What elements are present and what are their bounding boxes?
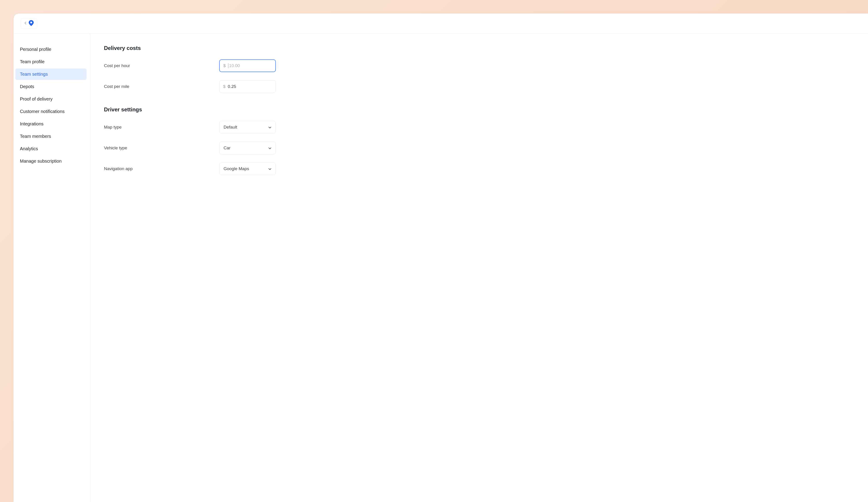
app-frame: Personal profile Team profile Team setti… xyxy=(13,13,868,502)
chevron-left-icon xyxy=(24,21,27,25)
sidebar: Personal profile Team profile Team setti… xyxy=(13,34,90,502)
label-cost-per-mile: Cost per mile xyxy=(104,84,129,89)
section-delivery-costs: Delivery costs Cost per hour $ 10.00 Cos… xyxy=(104,45,855,93)
currency-symbol: $ xyxy=(223,84,226,89)
label-vehicle-type: Vehicle type xyxy=(104,146,127,150)
section-title-driver-settings: Driver settings xyxy=(104,106,855,113)
row-cost-per-hour: Cost per hour $ 10.00 xyxy=(104,60,276,72)
row-navigation-app: Navigation app Google Maps xyxy=(104,163,276,175)
sidebar-item-personal-profile[interactable]: Personal profile xyxy=(16,44,86,55)
section-title-delivery-costs: Delivery costs xyxy=(104,45,855,51)
sidebar-item-depots[interactable]: Depots xyxy=(16,81,86,92)
input-cost-per-hour[interactable]: $ 10.00 xyxy=(219,60,276,72)
label-navigation-app: Navigation app xyxy=(104,166,133,171)
sidebar-item-team-members[interactable]: Team members xyxy=(16,130,86,142)
select-map-type[interactable]: Default xyxy=(219,121,276,134)
sidebar-item-customer-notifications[interactable]: Customer notifications xyxy=(16,106,86,117)
location-pin-icon xyxy=(29,20,34,27)
topbar xyxy=(13,13,868,34)
section-driver-settings: Driver settings Map type Default Vehicle… xyxy=(104,106,855,175)
svg-point-0 xyxy=(30,22,32,23)
row-map-type: Map type Default xyxy=(104,121,276,134)
chevron-down-icon xyxy=(268,146,271,150)
row-cost-per-mile: Cost per mile $ 0.25 xyxy=(104,80,276,93)
input-cost-per-mile[interactable]: $ 0.25 xyxy=(219,80,276,93)
content-area: Personal profile Team profile Team setti… xyxy=(13,34,868,502)
value-cost-per-mile: 0.25 xyxy=(228,84,272,89)
text-cursor xyxy=(228,63,228,68)
main-panel: Delivery costs Cost per hour $ 10.00 Cos… xyxy=(90,34,868,502)
chevron-down-icon xyxy=(268,125,271,130)
back-button[interactable] xyxy=(21,18,37,29)
value-vehicle-type: Car xyxy=(224,146,230,150)
value-navigation-app: Google Maps xyxy=(224,166,249,171)
placeholder-cost-per-hour: 10.00 xyxy=(229,63,272,68)
sidebar-item-proof-of-delivery[interactable]: Proof of delivery xyxy=(16,93,86,105)
sidebar-item-team-profile[interactable]: Team profile xyxy=(16,56,86,67)
row-vehicle-type: Vehicle type Car xyxy=(104,142,276,154)
value-map-type: Default xyxy=(224,125,237,130)
select-vehicle-type[interactable]: Car xyxy=(219,142,276,154)
chevron-down-icon xyxy=(268,166,271,171)
select-navigation-app[interactable]: Google Maps xyxy=(219,163,276,175)
sidebar-item-manage-subscription[interactable]: Manage subscription xyxy=(16,155,86,167)
sidebar-item-analytics[interactable]: Analytics xyxy=(16,143,86,155)
currency-symbol: $ xyxy=(223,63,226,68)
sidebar-item-team-settings[interactable]: Team settings xyxy=(16,69,86,80)
label-map-type: Map type xyxy=(104,125,122,130)
sidebar-item-integrations[interactable]: Integrations xyxy=(16,118,86,130)
label-cost-per-hour: Cost per hour xyxy=(104,63,130,68)
